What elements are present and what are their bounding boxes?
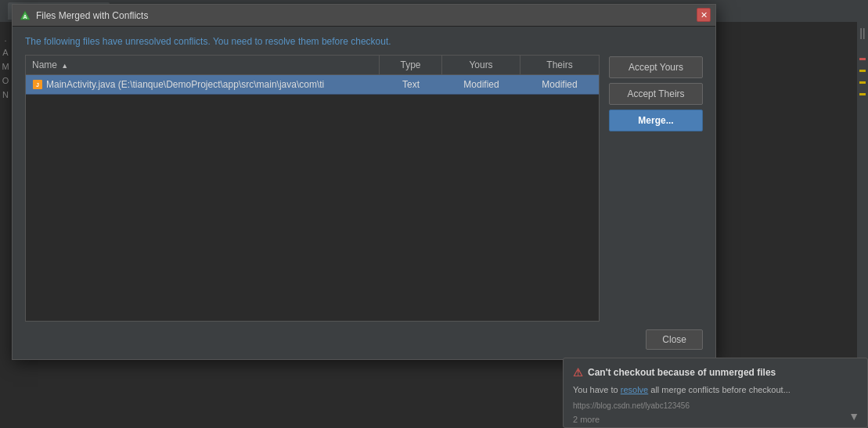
cell-theirs: Modified (520, 75, 599, 94)
dialog-overlay: A Files Merged with Conflicts ✕ The foll… (12, 4, 716, 364)
notification-resolve-link[interactable]: resolve (621, 385, 648, 394)
col-header-theirs: Theirs (520, 56, 599, 74)
accept-theirs-button[interactable]: Accept Theirs (609, 83, 703, 105)
scroll-marker-yellow-3 (859, 93, 866, 95)
scroll-marker-red (859, 58, 866, 60)
notification-body: You have to resolve all merge conflicts … (573, 383, 858, 397)
collapse-icon[interactable]: || (859, 25, 865, 41)
notification-panel: ⚠ Can't checkout because of unmerged fil… (563, 358, 868, 428)
notification-body-before: You have to (573, 385, 618, 394)
scroll-marker-yellow-1 (859, 70, 866, 72)
notification-error-icon: ⚠ (573, 366, 583, 379)
svg-text:J: J (36, 82, 39, 88)
cell-name: J MainActivity.java (E:\tianque\DemoProj… (26, 75, 380, 94)
close-button[interactable]: Close (646, 329, 703, 350)
notification-title-row: ⚠ Can't checkout because of unmerged fil… (573, 366, 858, 379)
files-merged-dialog: A Files Merged with Conflicts ✕ The foll… (12, 4, 716, 360)
gutter-letter-dot: . (0, 31, 11, 45)
dialog-title-bar: A Files Merged with Conflicts ✕ (13, 5, 715, 27)
gutter-letter-a: A (0, 45, 11, 59)
dialog-title-icon: A (19, 9, 31, 22)
cell-type: Text (380, 75, 442, 94)
table-body: J MainActivity.java (E:\tianque\DemoProj… (26, 75, 599, 321)
notification-title: Can't checkout because of unmerged files (588, 367, 776, 378)
accept-yours-button[interactable]: Accept Yours (609, 56, 703, 78)
col-header-name: Name ▲ (26, 56, 380, 74)
close-window-button[interactable]: ✕ (697, 8, 711, 22)
action-buttons-panel: Accept Yours Accept Theirs Merge... (609, 55, 703, 322)
gutter-letter-m: M (0, 59, 11, 74)
table-header: Name ▲ Type Yours Theirs (26, 56, 599, 75)
col-header-type: Type (380, 56, 442, 74)
merge-button[interactable]: Merge... (609, 110, 703, 131)
gutter-letter-o: O (0, 74, 11, 88)
dialog-title: Files Merged with Conflicts (36, 10, 148, 21)
dialog-main-area: Name ▲ Type Yours Theirs (25, 55, 703, 322)
svg-text:A: A (23, 14, 27, 20)
notification-url: https://blog.csdn.net/lyabc123456 (573, 401, 858, 410)
notification-scroll-down-icon[interactable]: ▼ (848, 410, 859, 423)
dialog-message: The following files have unresolved conf… (25, 36, 703, 47)
dialog-content: The following files have unresolved conf… (13, 27, 715, 359)
gutter-letter-n: N (0, 88, 11, 102)
cell-yours: Modified (442, 75, 520, 94)
sort-arrow-icon: ▲ (61, 62, 68, 70)
table-row[interactable]: J MainActivity.java (E:\tianque\DemoProj… (26, 75, 599, 95)
scroll-marker-yellow-2 (859, 81, 866, 84)
notification-body-after: all merge conflicts before checkout... (650, 385, 791, 394)
notification-more[interactable]: 2 more (573, 415, 858, 424)
java-file-icon: J (32, 79, 43, 90)
col-header-yours: Yours (442, 56, 520, 74)
left-gutter: . A M O N (0, 31, 11, 102)
file-table: Name ▲ Type Yours Theirs (25, 55, 600, 322)
dialog-footer: Close (25, 329, 703, 350)
